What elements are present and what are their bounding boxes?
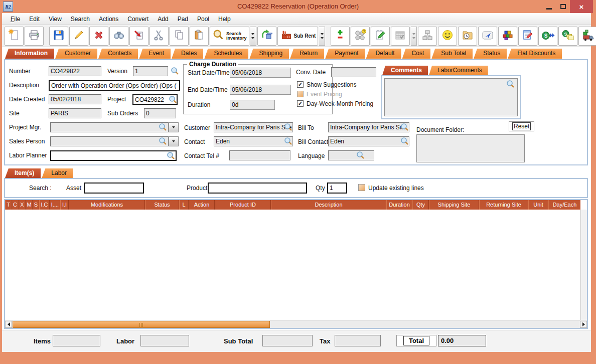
labor-total-field[interactable] [140, 335, 189, 346]
column-header[interactable]: M [26, 200, 33, 210]
find-button[interactable] [109, 27, 128, 46]
tab-return[interactable]: Return [290, 49, 324, 59]
grid-horizontal-scrollbar[interactable] [5, 320, 587, 328]
labor-planner-field[interactable] [50, 150, 177, 161]
comments-search-icon[interactable] [506, 80, 515, 88]
scroll-left-button[interactable] [5, 321, 12, 328]
tab-customer[interactable]: Customer [55, 49, 97, 59]
column-header[interactable]: Description [271, 200, 386, 210]
bill-contact-field[interactable]: Eden [328, 136, 409, 146]
grid-body-empty[interactable] [5, 210, 580, 320]
tab-default[interactable]: Default [366, 49, 401, 59]
column-header[interactable]: Shipping Site [429, 200, 479, 210]
bill-to-field[interactable]: Intra-Company for Paris Site [328, 122, 409, 132]
menu-edit[interactable]: Edit [25, 16, 44, 23]
column-header[interactable]: Returning Site [479, 200, 528, 210]
document-folder-textarea[interactable] [416, 134, 525, 162]
convert-items-button[interactable] [257, 27, 276, 46]
tab-labor-comments[interactable]: LaborComments [429, 66, 488, 75]
event-pricing-checkbox[interactable] [297, 91, 304, 97]
column-header[interactable]: I.... [50, 200, 60, 210]
project-mgr-dropdown[interactable] [169, 122, 179, 132]
tab-event[interactable]: Event [139, 49, 171, 59]
grid-vertical-scrollbar[interactable] [580, 210, 587, 320]
memo-pad-button[interactable] [371, 27, 390, 46]
qty-input[interactable]: 1 [327, 183, 347, 194]
tab-contacts[interactable]: Contacts [98, 49, 138, 59]
product-input[interactable] [208, 183, 307, 194]
column-header[interactable]: Day/Each [548, 200, 580, 210]
launch-pad-button[interactable] [478, 27, 497, 46]
tab-information[interactable]: Information [5, 49, 54, 59]
reset-button[interactable]: Reset [509, 121, 534, 131]
language-field[interactable] [328, 150, 374, 160]
menu-file[interactable]: File [6, 16, 25, 23]
end-date-field[interactable]: 05/06/2018 [230, 85, 291, 95]
org-chart-button[interactable] [418, 27, 437, 46]
sales-person-search-icon[interactable] [159, 137, 167, 145]
feedback-smiley-button[interactable] [438, 27, 457, 46]
tax-field[interactable] [335, 335, 381, 346]
project-mgr-field[interactable] [50, 122, 169, 132]
sub-rent-dropdown[interactable] [319, 27, 325, 46]
scroll-right-button[interactable] [580, 321, 587, 328]
menu-add[interactable]: Add [153, 16, 173, 23]
edit-button[interactable] [69, 27, 88, 46]
column-header[interactable]: X [19, 200, 26, 210]
tab-schedules[interactable]: Schedules [204, 49, 248, 59]
column-header[interactable]: Status [145, 200, 179, 210]
tab-dates[interactable]: Dates [172, 49, 203, 59]
add-remove-lines-button[interactable] [331, 27, 350, 46]
tab-items[interactable]: Item(s) [5, 168, 41, 178]
calendar-dropdown[interactable] [411, 27, 417, 46]
maximize-button[interactable] [556, 0, 570, 13]
tab-comments[interactable]: Comments [382, 66, 428, 75]
status-notes-button[interactable]: S [558, 27, 577, 46]
search-inventory-button[interactable]: SearchInventory [210, 27, 249, 46]
print-button[interactable] [25, 27, 44, 46]
column-header[interactable]: Product ID [215, 200, 271, 210]
column-header[interactable]: Action [189, 200, 215, 210]
contact-search-icon[interactable] [284, 137, 292, 145]
items-total-field[interactable] [53, 335, 100, 346]
number-field[interactable]: CO429822 [49, 66, 101, 76]
send-status-button[interactable]: S [538, 27, 557, 46]
day-week-month-pricing-checkbox[interactable] [297, 100, 304, 107]
comments-textarea[interactable] [384, 78, 518, 116]
show-suggestions-checkbox[interactable] [297, 81, 304, 88]
customer-search-icon[interactable] [284, 123, 292, 131]
column-header[interactable]: Duration [386, 200, 412, 210]
calendar-button[interactable] [391, 27, 410, 46]
menu-search[interactable]: Search [66, 16, 94, 23]
column-header[interactable]: S [33, 200, 39, 210]
date-created-field[interactable]: 05/02/2018 [49, 94, 101, 104]
tab-sub-total[interactable]: Sub Total [431, 49, 473, 59]
column-header[interactable]: I.C [39, 200, 50, 210]
project-search-icon[interactable] [169, 95, 177, 104]
bill-contact-search-icon[interactable] [400, 137, 409, 145]
copy-button[interactable] [170, 27, 189, 46]
menu-pad[interactable]: Pad [173, 16, 193, 23]
sub-orders-field[interactable]: 0 [144, 108, 176, 118]
sales-person-field[interactable] [50, 136, 169, 146]
column-header[interactable]: C [12, 200, 19, 210]
version-field[interactable]: 1 [133, 66, 168, 76]
save-button[interactable] [49, 27, 68, 46]
start-date-field[interactable]: 05/06/2018 [230, 68, 291, 78]
menu-pool[interactable]: Pool [193, 16, 214, 23]
close-button[interactable]: × [570, 0, 593, 13]
description-field[interactable]: Order with Operation Order (Ops Order) (… [49, 80, 180, 91]
labor-planner-search-icon[interactable] [167, 151, 175, 160]
site-field[interactable]: PARIS [49, 108, 101, 118]
availability-check-button[interactable]: ? [351, 27, 370, 46]
sub-rent-button[interactable]: Sub Rent [277, 27, 319, 46]
column-header[interactable]: Qty [412, 200, 429, 210]
tab-labor[interactable]: Labor [42, 168, 73, 178]
menu-convert[interactable]: Convert [123, 16, 153, 23]
column-header[interactable]: T [5, 200, 12, 210]
delete-button[interactable] [89, 27, 108, 46]
project-mgr-search-icon[interactable] [159, 123, 167, 131]
edit-document-button[interactable] [518, 27, 537, 46]
menu-actions[interactable]: Actions [94, 16, 123, 23]
conv-date-field[interactable] [331, 67, 376, 77]
